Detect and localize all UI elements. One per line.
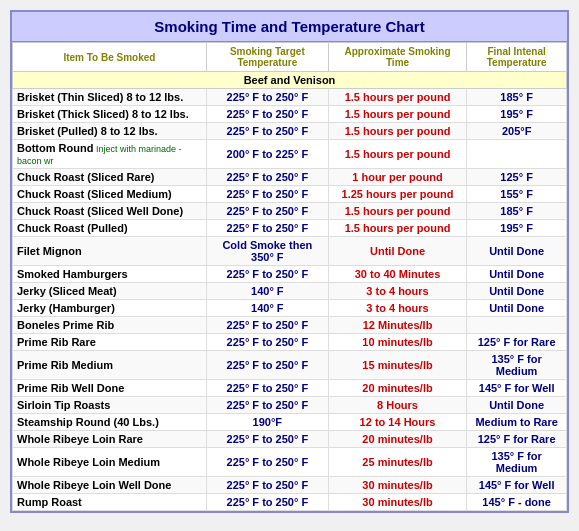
row-item: Chuck Roast (Sliced Well Done) [13,203,207,220]
row-item: Steamship Round (40 Lbs.) [13,414,207,431]
table-row: Smoked Hamburgers225° F to 250° F30 to 4… [13,266,567,283]
row-smoke-time: 3 to 4 hours [328,283,467,300]
row-smoke-time: 8 Hours [328,397,467,414]
table-row: Brisket (Pulled) 8 to 12 lbs.225° F to 2… [13,123,567,140]
row-target-temp: 190°F [206,414,328,431]
row-item: Brisket (Pulled) 8 to 12 lbs. [13,123,207,140]
row-item: Prime Rib Medium [13,351,207,380]
row-smoke-time: 10 minutes/lb [328,334,467,351]
row-final-temp: Until Done [467,397,567,414]
row-smoke-time: 3 to 4 hours [328,300,467,317]
table-row: Chuck Roast (Sliced Well Done)225° F to … [13,203,567,220]
row-target-temp: 225° F to 250° F [206,220,328,237]
table-row: Prime Rib Well Done225° F to 250° F20 mi… [13,380,567,397]
row-item: Filet Mignon [13,237,207,266]
table-row: Bottom Round Inject with marinade - baco… [13,140,567,169]
row-final-temp: 125° F for Rare [467,431,567,448]
row-smoke-time: 1.5 hours per pound [328,203,467,220]
row-target-temp: 140° F [206,283,328,300]
row-item: Chuck Roast (Pulled) [13,220,207,237]
row-item: Whole Ribeye Loin Medium [13,448,207,477]
row-final-temp: Until Done [467,266,567,283]
row-final-temp [467,140,567,169]
row-smoke-time: 25 minutes/lb [328,448,467,477]
row-target-temp: 225° F to 250° F [206,380,328,397]
row-target-temp: 225° F to 250° F [206,186,328,203]
row-item: Brisket (Thin Sliced) 8 to 12 lbs. [13,89,207,106]
row-smoke-time: 1.5 hours per pound [328,106,467,123]
row-item: Brisket (Thick Sliced) 8 to 12 lbs. [13,106,207,123]
row-item: Rump Roast [13,494,207,511]
row-target-temp: 225° F to 250° F [206,477,328,494]
row-smoke-time: 20 minutes/lb [328,431,467,448]
row-target-temp: 225° F to 250° F [206,169,328,186]
row-smoke-time: 12 to 14 Hours [328,414,467,431]
row-smoke-time: 15 minutes/lb [328,351,467,380]
row-final-temp: Until Done [467,283,567,300]
row-item: Prime Rib Rare [13,334,207,351]
row-smoke-time: Until Done [328,237,467,266]
row-smoke-time: 12 Minutes/lb [328,317,467,334]
header-final-temp: Final Intenal Temperature [467,43,567,72]
row-final-temp: 195° F [467,220,567,237]
row-target-temp: 225° F to 250° F [206,317,328,334]
row-item: Prime Rib Well Done [13,380,207,397]
row-target-temp: 225° F to 250° F [206,266,328,283]
row-smoke-time: 1 hour per pound [328,169,467,186]
table-row: Steamship Round (40 Lbs.)190°F12 to 14 H… [13,414,567,431]
row-target-temp: 225° F to 250° F [206,494,328,511]
table-row: Whole Ribeye Loin Well Done225° F to 250… [13,477,567,494]
row-smoke-time: 1.5 hours per pound [328,140,467,169]
row-final-temp: 155° F [467,186,567,203]
row-target-temp: 225° F to 250° F [206,89,328,106]
row-item: Chuck Roast (Sliced Rare) [13,169,207,186]
table-row: Prime Rib Rare225° F to 250° F10 minutes… [13,334,567,351]
table-row: Jerky (Hamburger)140° F3 to 4 hoursUntil… [13,300,567,317]
row-target-temp: 225° F to 250° F [206,203,328,220]
row-item: Chuck Roast (Sliced Medium) [13,186,207,203]
table-row: Sirloin Tip Roasts225° F to 250° F8 Hour… [13,397,567,414]
table-row: Chuck Roast (Sliced Rare)225° F to 250° … [13,169,567,186]
table-row: Chuck Roast (Pulled)225° F to 250° F1.5 … [13,220,567,237]
row-smoke-time: 30 minutes/lb [328,494,467,511]
row-item: Smoked Hamburgers [13,266,207,283]
row-smoke-time: 30 to 40 Minutes [328,266,467,283]
row-final-temp: 135° F for Medium [467,448,567,477]
row-final-temp: 135° F for Medium [467,351,567,380]
table-row: Whole Ribeye Loin Medium225° F to 250° F… [13,448,567,477]
row-smoke-time: 20 minutes/lb [328,380,467,397]
table-row: Chuck Roast (Sliced Medium)225° F to 250… [13,186,567,203]
row-item: Jerky (Sliced Meat) [13,283,207,300]
row-target-temp: 225° F to 250° F [206,351,328,380]
row-final-temp: 205°F [467,123,567,140]
row-final-temp: 185° F [467,203,567,220]
row-item: Jerky (Hamburger) [13,300,207,317]
row-item: Sirloin Tip Roasts [13,397,207,414]
row-final-temp [467,317,567,334]
row-final-temp: 185° F [467,89,567,106]
row-target-temp: 225° F to 250° F [206,448,328,477]
table-row: Boneles Prime Rib225° F to 250° F12 Minu… [13,317,567,334]
row-final-temp: Until Done [467,300,567,317]
row-smoke-time: 1.5 hours per pound [328,89,467,106]
header-approx-time: Approximate Smoking Time [328,43,467,72]
row-final-temp: 145° F - done [467,494,567,511]
row-target-temp: 225° F to 250° F [206,334,328,351]
row-final-temp: 125° F for Rare [467,334,567,351]
row-final-temp: 195° F [467,106,567,123]
row-item: Whole Ribeye Loin Well Done [13,477,207,494]
table-row: Prime Rib Medium225° F to 250° F15 minut… [13,351,567,380]
header-target-temp: Smoking Target Temperature [206,43,328,72]
row-final-temp: 145° F for Well [467,380,567,397]
header-item: Item To Be Smoked [13,43,207,72]
table-row: Whole Ribeye Loin Rare225° F to 250° F20… [13,431,567,448]
row-target-temp: Cold Smoke then 350° F [206,237,328,266]
chart-container: Smoking Time and Temperature Chart Item … [10,10,569,513]
table-row: Brisket (Thin Sliced) 8 to 12 lbs.225° F… [13,89,567,106]
section-header-row: Beef and Venison [13,72,567,89]
row-smoke-time: 1.25 hours per pound [328,186,467,203]
row-smoke-time: 1.5 hours per pound [328,123,467,140]
row-target-temp: 225° F to 250° F [206,106,328,123]
row-smoke-time: 30 minutes/lb [328,477,467,494]
row-final-temp: 145° F for Well [467,477,567,494]
